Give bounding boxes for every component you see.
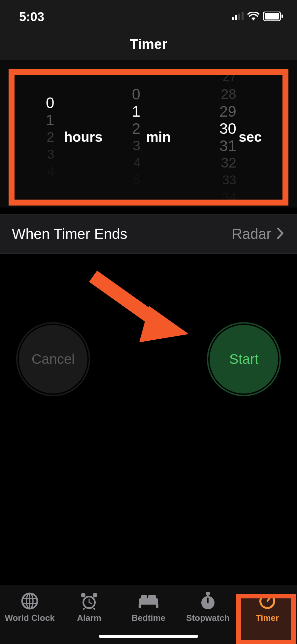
cellular-signal-icon <box>232 12 244 21</box>
hours-value[interactable]: 3 <box>48 146 54 163</box>
svg-line-21 <box>93 608 95 610</box>
svg-line-20 <box>83 608 85 610</box>
home-indicator[interactable] <box>99 635 198 638</box>
tab-bedtime[interactable]: Bedtime <box>119 591 178 623</box>
min-label: min <box>146 129 171 145</box>
svg-rect-23 <box>139 604 141 608</box>
battery-icon <box>263 12 283 22</box>
sec-label: sec <box>239 129 262 145</box>
svg-marker-8 <box>139 306 189 342</box>
sec-value[interactable]: 31 <box>219 137 236 154</box>
hours-value[interactable]: 1 <box>46 111 54 129</box>
min-value[interactable]: 0 <box>132 86 141 103</box>
svg-point-18 <box>81 593 85 597</box>
arrow-annotation-icon <box>86 270 192 350</box>
svg-rect-2 <box>238 14 240 20</box>
hours-value-selected[interactable]: 0 <box>46 94 54 111</box>
tab-label: World Clock <box>5 613 54 623</box>
tab-label: Alarm <box>77 613 101 623</box>
status-time: 5:03 <box>19 10 44 24</box>
sec-value[interactable]: 34 <box>222 189 236 200</box>
svg-point-19 <box>93 593 97 597</box>
seconds-picker[interactable]: 27 28 29 30 31 32 33 34 sec <box>193 75 282 200</box>
minutes-picker[interactable]: 0 1 2 3 4 5 min <box>104 75 193 200</box>
start-button[interactable]: Start <box>208 323 280 395</box>
svg-rect-0 <box>232 17 234 20</box>
time-picker-area: 0 1 2 3 4 hours 0 1 2 3 4 5 <box>0 60 297 208</box>
hours-picker[interactable]: 0 1 2 3 4 hours <box>15 75 104 200</box>
page-title: Timer <box>130 36 167 52</box>
status-bar: 5:03 <box>0 0 297 28</box>
hours-value[interactable]: 2 <box>47 129 54 146</box>
tab-alarm[interactable]: Alarm <box>59 591 119 623</box>
alarm-clock-icon <box>79 591 99 611</box>
min-value-selected[interactable]: 1 <box>132 103 141 120</box>
svg-rect-6 <box>281 15 283 18</box>
sec-value-selected[interactable]: 30 <box>219 120 236 137</box>
tab-world-clock[interactable]: World Clock <box>0 591 59 623</box>
svg-line-7 <box>93 276 156 321</box>
sec-value[interactable]: 28 <box>221 86 236 103</box>
stopwatch-icon <box>198 591 218 611</box>
when-timer-ends-label: When Timer Ends <box>12 226 127 242</box>
timer-tab-highlight <box>236 594 296 644</box>
globe-icon <box>20 591 40 611</box>
svg-rect-1 <box>235 15 237 20</box>
action-area: Cancel Start <box>0 254 297 452</box>
tab-label: Stopwatch <box>186 613 229 623</box>
time-picker-highlight: 0 1 2 3 4 hours 0 1 2 3 4 5 <box>9 69 288 206</box>
sec-value[interactable]: 27 <box>222 75 236 86</box>
when-timer-ends-row[interactable]: When Timer Ends Radar <box>0 214 297 254</box>
when-timer-ends-value: Radar <box>232 226 284 242</box>
chevron-right-icon <box>277 226 284 242</box>
min-value[interactable]: 2 <box>132 120 141 137</box>
svg-rect-22 <box>139 598 158 604</box>
hours-label: hours <box>64 129 103 145</box>
status-icons <box>232 12 283 22</box>
svg-rect-5 <box>265 13 279 19</box>
svg-rect-24 <box>156 604 158 608</box>
svg-rect-25 <box>141 595 147 599</box>
tab-label: Bedtime <box>132 613 166 623</box>
header: Timer <box>0 28 297 60</box>
cancel-button[interactable]: Cancel <box>17 323 89 395</box>
svg-rect-26 <box>148 595 156 599</box>
min-value[interactable]: 3 <box>133 137 140 154</box>
svg-rect-3 <box>242 12 244 20</box>
min-value[interactable]: 5 <box>133 171 140 189</box>
min-value[interactable]: 4 <box>133 154 140 171</box>
sec-value[interactable]: 29 <box>219 103 236 120</box>
hours-value[interactable]: 4 <box>48 163 54 180</box>
sec-value[interactable]: 32 <box>221 154 236 171</box>
tab-stopwatch[interactable]: Stopwatch <box>178 591 238 623</box>
wifi-icon <box>248 12 259 22</box>
svg-rect-29 <box>207 594 209 597</box>
sec-value[interactable]: 33 <box>222 171 236 189</box>
bed-icon <box>139 591 158 611</box>
